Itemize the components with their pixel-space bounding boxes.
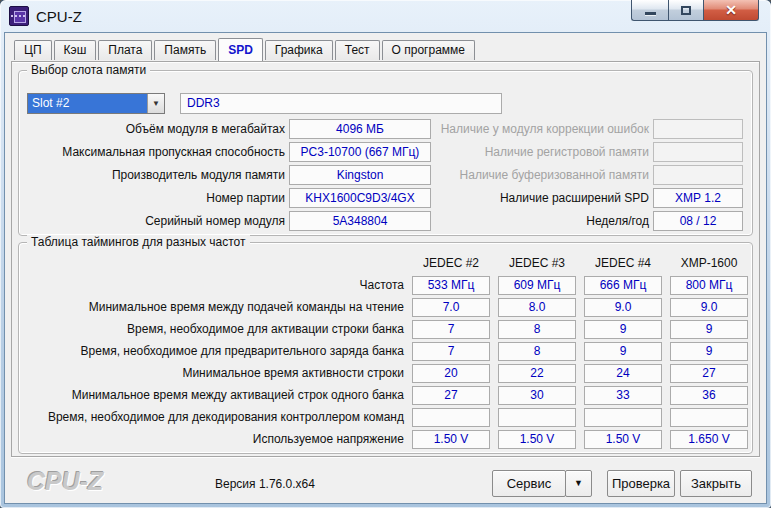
info-row: Наличие буферизованной памяти (439, 165, 743, 185)
minimize-button[interactable] (631, 0, 668, 21)
timing-row-label: Минимальное время между подачей команды … (21, 300, 408, 314)
timings-column-header: JEDEC #3 (494, 256, 580, 270)
info-label: Объём модуля в мегабайтах (25, 122, 289, 136)
cpuz-logo: CPU-Z (27, 467, 103, 496)
tab-Графика[interactable]: Графика (265, 40, 333, 60)
timing-value-cell: 8.0 (498, 298, 576, 317)
timing-value-cell (498, 408, 576, 427)
module-info-right-column: Наличие у модуля коррекции ошибокНаличие… (439, 119, 743, 231)
timing-row-label: Минимальное время активности строки (21, 366, 408, 380)
info-value-field: 4096 МБ (289, 119, 431, 139)
timing-row-label: Минимальное время между активацией строк… (21, 388, 408, 402)
timing-value-cell: 1.50 V (412, 430, 490, 449)
memory-slot-group-title: Выбор слота памяти (27, 63, 150, 77)
module-info-left-column: Объём модуля в мегабайтах4096 МБМаксимал… (25, 119, 431, 231)
slot-selected-value: Slot #2 (28, 94, 147, 113)
dropdown-button[interactable]: ▼ (147, 94, 164, 113)
info-row: Объём модуля в мегабайтах4096 МБ (25, 119, 431, 139)
info-label: Максимальная пропускная способность (25, 145, 289, 159)
info-row: Серийный номер модуля5A348804 (25, 211, 431, 231)
info-label: Наличие буферизованной памяти (439, 168, 653, 182)
timings-groupbox: Таблица таймингов для разных частот JEDE… (18, 242, 753, 454)
info-value-field (653, 165, 743, 185)
timing-value-cell: 1.50 V (584, 430, 662, 449)
version-text: Версия 1.76.0.x64 (215, 477, 315, 491)
timing-row-label: Время, необходимое для активации строки … (21, 322, 408, 336)
info-value-field: 08 / 12 (653, 211, 743, 231)
info-label: Наличие расширений SPD (439, 191, 653, 205)
timing-value-cell (412, 408, 490, 427)
timing-row-label: Частота (21, 278, 408, 292)
tools-dropdown-button[interactable]: ▼ (565, 470, 592, 497)
window-title: CPU-Z (36, 8, 82, 25)
info-row: Наличие у модуля коррекции ошибок (439, 119, 743, 139)
tab-Кэш[interactable]: Кэш (54, 40, 97, 60)
timings-column-header: XMP-1600 (666, 256, 752, 270)
slot-select-dropdown[interactable]: Slot #2 ▼ (27, 93, 165, 114)
timing-value-cell: 7.0 (412, 298, 490, 317)
timing-value-cell: 20 (412, 364, 490, 383)
close-dialog-button[interactable]: Закрыть (680, 470, 752, 497)
timing-value-cell: 27 (670, 364, 748, 383)
tab-Тест[interactable]: Тест (335, 40, 380, 60)
memory-type-field: DDR3 (180, 93, 502, 114)
timings-column-header: JEDEC #4 (580, 256, 666, 270)
close-button[interactable]: ✕ (704, 0, 759, 21)
timings-table: JEDEC #2JEDEC #3JEDEC #4XMP-1600Частота5… (21, 253, 752, 449)
info-row: Максимальная пропускная способностьPC3-1… (25, 142, 431, 162)
info-label: Номер партии (25, 191, 289, 205)
tab-Память[interactable]: Память (154, 40, 216, 60)
maximize-button[interactable] (668, 0, 704, 21)
timing-value-cell: 36 (670, 386, 748, 405)
window-controls: ✕ (631, 0, 759, 21)
info-label: Наличие у модуля коррекции ошибок (439, 122, 653, 136)
timing-value-cell: 1.650 V (670, 430, 748, 449)
chevron-down-icon: ▼ (152, 99, 160, 108)
timing-value-cell: 33 (584, 386, 662, 405)
timing-value-cell: 24 (584, 364, 662, 383)
tools-button[interactable]: Сервис (492, 470, 566, 497)
spd-tab-page: Выбор слота памяти Slot #2 ▼ DDR3 Объём … (11, 61, 760, 457)
tab-Плата[interactable]: Плата (98, 40, 152, 60)
timing-value-cell: 609 МГц (498, 276, 576, 295)
info-value-field: 5A348804 (289, 211, 431, 231)
tab-ЦП[interactable]: ЦП (14, 40, 52, 60)
timing-value-cell: 1.50 V (498, 430, 576, 449)
info-label: Наличие регистровой памяти (439, 145, 653, 159)
timing-row-label: Время, необходимое для декодирования кон… (21, 410, 408, 424)
maximize-icon (681, 6, 691, 15)
info-row: Номер партииKHX1600C9D3/4GX (25, 188, 431, 208)
timing-row-label: Используемое напряжение (21, 432, 408, 446)
info-row: Производитель модуля памятиKingston (25, 165, 431, 185)
tab-SPD[interactable]: SPD (218, 38, 263, 61)
info-row: Неделя/год08 / 12 (439, 211, 743, 231)
timing-value-cell: 9.0 (670, 298, 748, 317)
chevron-down-icon: ▼ (574, 478, 583, 488)
tab-strip: ЦПКэшПлатаПамятьSPDГрафикаТестО программ… (14, 38, 477, 60)
timing-value-cell: 7 (412, 342, 490, 361)
info-row: Наличие регистровой памяти (439, 142, 743, 162)
info-label: Серийный номер модуля (25, 214, 289, 228)
info-value-field (653, 119, 743, 139)
tab-О программе[interactable]: О программе (382, 40, 475, 60)
validate-button[interactable]: Проверка (607, 470, 675, 497)
info-value-field (653, 142, 743, 162)
timing-value-cell (584, 408, 662, 427)
timing-value-cell: 9 (670, 320, 748, 339)
timing-value-cell: 9 (584, 320, 662, 339)
timing-row-label: Время, необходимое для предварительного … (21, 344, 408, 358)
cpu-z-window: CPU-Z ✕ ЦПКэшПлатаПамятьSPDГрафикаТестО … (0, 0, 771, 508)
info-label: Неделя/год (439, 214, 653, 228)
timing-value-cell: 9 (584, 342, 662, 361)
timing-value-cell: 8 (498, 342, 576, 361)
timing-value-cell: 22 (498, 364, 576, 383)
app-icon (9, 6, 29, 26)
info-label: Производитель модуля памяти (25, 168, 289, 182)
info-value-field: PC3-10700 (667 МГц) (289, 142, 431, 162)
info-value-field: KHX1600C9D3/4GX (289, 188, 431, 208)
timing-value-cell: 9.0 (584, 298, 662, 317)
timing-value-cell: 30 (498, 386, 576, 405)
timing-value-cell: 27 (412, 386, 490, 405)
timings-column-header: JEDEC #2 (408, 256, 494, 270)
timing-value-cell: 7 (412, 320, 490, 339)
